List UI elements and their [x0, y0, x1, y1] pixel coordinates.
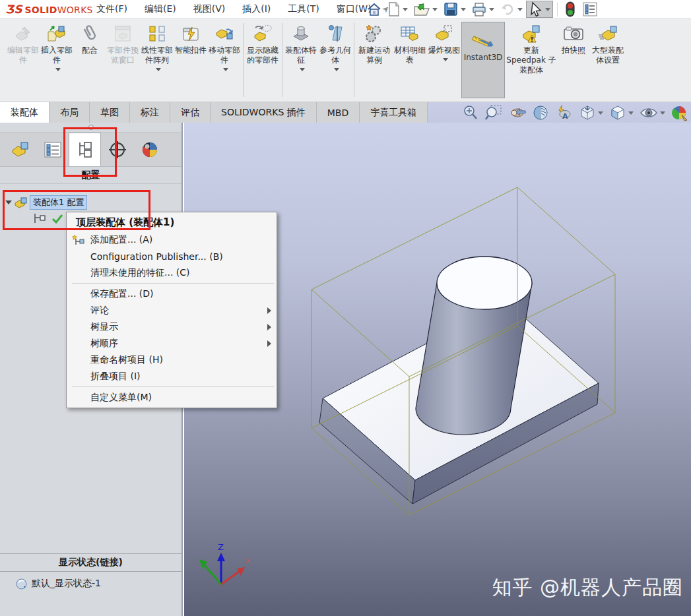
tab-solidworks-addins[interactable]: SOLIDWORKS 插件 — [211, 102, 317, 123]
hide-show-items-button[interactable] — [640, 105, 665, 121]
insert-component-icon — [47, 23, 67, 44]
previous-view-button[interactable] — [508, 105, 527, 121]
exploded-view-button[interactable]: 爆炸视图 — [427, 22, 461, 61]
menu-item-customize-menu[interactable]: 自定义菜单(M) — [67, 389, 277, 406]
new-motion-study-button[interactable]: 新建运动算例 — [356, 22, 393, 65]
dropdown-arrow-icon[interactable] — [598, 111, 603, 115]
tab-displaymanager[interactable] — [133, 133, 166, 166]
reference-geometry-button[interactable]: 参考几何体 — [318, 22, 352, 71]
menu-item-configuration-publisher[interactable]: Configuration Publisher... (B) — [67, 248, 277, 264]
undo-button[interactable] — [498, 1, 525, 18]
menu-separator — [72, 386, 274, 387]
command-manager: 编辑零部件 插入零部件 配合 零部件预览窗口 线性零部件阵列 智能扣件 移动零部… — [0, 18, 691, 102]
display-style-button[interactable] — [609, 104, 634, 121]
tab-evaluate[interactable]: 评估 — [170, 102, 211, 123]
linear-component-pattern-button[interactable]: 线性零部件阵列 — [140, 22, 174, 71]
quick-access-toolbar — [364, 0, 600, 18]
menu-item-add-configuration[interactable]: 添加配置... (A) — [67, 231, 277, 248]
dropdown-arrow-icon[interactable] — [660, 111, 665, 115]
menu-item-tree-display[interactable]: 树显示 — [67, 319, 277, 335]
zoom-to-fit-button[interactable] — [462, 104, 479, 121]
print-icon — [471, 1, 487, 17]
mate-paperclip-icon — [81, 23, 99, 44]
dropdown-arrow-icon[interactable] — [517, 8, 523, 11]
update-speedpak-icon — [521, 23, 542, 44]
dropdown-arrow-icon[interactable] — [300, 68, 305, 71]
select-button[interactable] — [526, 1, 553, 18]
tab-yuxi-toolbox[interactable]: 宇喜工具箱 — [360, 102, 428, 123]
take-snapshot-button[interactable]: 拍快照 — [558, 22, 589, 55]
save-button[interactable] — [441, 1, 468, 18]
edit-component-button[interactable]: 编辑零部件 — [7, 22, 40, 65]
context-menu: 顶层装配体 (装配体1) 添加配置... (A) Configuration P… — [66, 212, 277, 408]
menu-items: 文件(F) 编辑(E) 视图(V) 插入(I) 工具(T) 窗口(W) — [96, 3, 372, 15]
menu-view[interactable]: 视图(V) — [193, 3, 226, 15]
large-assembly-settings-button[interactable]: 大型装配体设置 — [589, 22, 626, 65]
section-view-icon — [533, 105, 550, 121]
dropdown-arrow-icon[interactable] — [443, 58, 448, 61]
dropdown-arrow-icon[interactable] — [489, 8, 494, 11]
task-list-button[interactable] — [580, 1, 600, 18]
open-document-button[interactable] — [411, 1, 440, 18]
menu-item-comment[interactable]: 评论 — [67, 302, 277, 319]
view-orientation-button[interactable] — [579, 104, 603, 121]
tab-annotate[interactable]: 标注 — [130, 102, 170, 123]
menu-edit[interactable]: 编辑(E) — [145, 3, 176, 15]
dropdown-arrow-icon[interactable] — [403, 8, 408, 11]
zoom-to-area-button[interactable] — [485, 104, 502, 121]
move-component-button[interactable]: 移动零部件 — [207, 22, 242, 71]
instant3d-icon — [470, 30, 496, 51]
zoom-to-fit-icon — [462, 104, 479, 121]
add-configuration-icon — [72, 233, 85, 247]
menu-item-tree-order[interactable]: 树顺序 — [67, 335, 277, 352]
dropdown-arrow-icon[interactable] — [156, 68, 161, 71]
dropdown-arrow-icon[interactable] — [55, 68, 61, 71]
annotation-view-icon: A — [556, 105, 573, 121]
display-state-item[interactable]: 默认_显示状态-1 — [0, 572, 181, 590]
menu-insert[interactable]: 插入(I) — [242, 3, 271, 15]
exploded-view-icon — [434, 23, 454, 44]
menu-file[interactable]: 文件(F) — [96, 3, 127, 15]
menu-item-purge-unused-features[interactable]: 清理未使用的特征... (C) — [67, 264, 277, 281]
large-assembly-settings-icon — [597, 23, 618, 44]
tab-sketch[interactable]: 草图 — [90, 102, 130, 123]
new-document-button[interactable] — [385, 1, 410, 18]
dropdown-arrow-icon[interactable] — [628, 111, 634, 115]
solidworks-logo: ƷS SOLIDWORKS — [5, 3, 91, 16]
edit-appearance-button[interactable] — [671, 104, 688, 121]
home-button[interactable] — [364, 1, 384, 18]
tab-mbd[interactable]: MBD — [317, 102, 360, 123]
tab-layout[interactable]: 布局 — [49, 102, 90, 123]
display-style-icon — [609, 104, 626, 121]
dropdown-arrow-icon[interactable] — [461, 8, 466, 11]
menu-item-rename-tree-item[interactable]: 重命名树项目 (H) — [67, 352, 277, 368]
bill-of-materials-button[interactable]: 材料明细表 — [393, 22, 427, 65]
smart-fasteners-button[interactable]: 智能扣件 — [174, 22, 207, 55]
dropdown-arrow-icon[interactable] — [545, 8, 550, 11]
menu-item-collapse-items[interactable]: 折叠项目 (I) — [67, 368, 277, 385]
menu-item-save-configurations[interactable]: 保存配置... (D) — [67, 286, 277, 302]
mate-button[interactable]: 配合 — [74, 22, 106, 55]
dropdown-arrow-icon[interactable] — [432, 8, 438, 11]
tab-featuremanager[interactable] — [4, 133, 36, 166]
section-view-button[interactable] — [533, 105, 550, 121]
svg-text:x: x — [246, 556, 250, 565]
dropdown-arrow-icon[interactable] — [334, 68, 339, 71]
instant3d-button[interactable]: Instant3D — [461, 22, 505, 98]
display-states-header: 显示状态(链接) — [0, 554, 181, 572]
tab-assembly[interactable]: 装配体 — [0, 102, 49, 123]
traffic-light-button[interactable] — [562, 1, 579, 18]
dropdown-arrow-icon[interactable] — [223, 68, 228, 71]
traffic-light-icon — [564, 1, 577, 18]
show-hidden-components-button[interactable]: 显示隐藏的零部件 — [245, 22, 280, 65]
assembly-features-button[interactable]: 装配体特征 — [284, 22, 318, 71]
display-state-label: 默认_显示状态-1 — [32, 578, 101, 590]
menu-tools[interactable]: 工具(T) — [288, 3, 319, 15]
update-speedpak-button[interactable]: 更新 Speedpak 子装配体 — [505, 22, 558, 75]
annotation-view-button[interactable]: A — [556, 105, 573, 121]
svg-text:Z: Z — [218, 542, 224, 552]
component-preview-button[interactable]: 零部件预览窗口 — [106, 22, 140, 65]
linear-pattern-icon — [148, 23, 166, 44]
insert-component-button[interactable]: 插入零部件 — [40, 22, 74, 71]
print-button[interactable] — [469, 1, 496, 18]
